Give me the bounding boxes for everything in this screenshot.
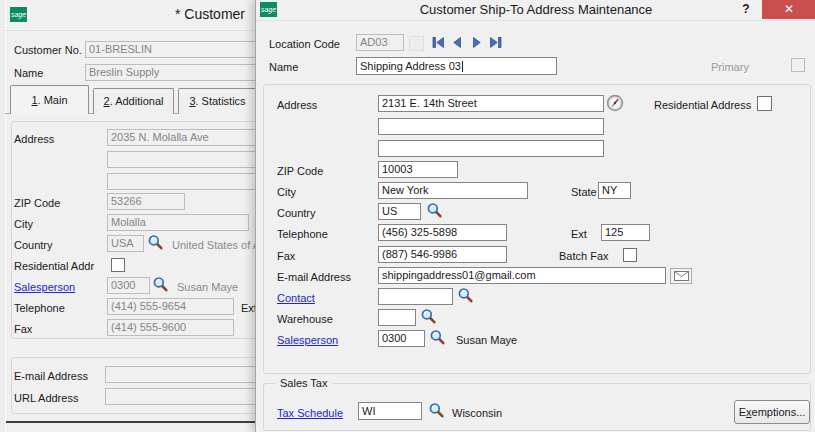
salesperson-link[interactable]: Salesperson [14,281,75,293]
country-lookup-icon[interactable] [426,202,443,221]
close-button[interactable]: ✕ [762,0,815,19]
email-label: E-mail Address [14,370,88,382]
location-code-field: AD03 [356,34,404,51]
state-label: State [571,186,597,198]
customer-no-field: 01-BRESLIN [85,41,257,58]
nav-previous-button[interactable] [449,35,466,50]
zip-field[interactable]: 10003 [378,161,458,178]
email-field [105,366,257,383]
sales-tax-groupbox [263,383,811,431]
address-line3-field[interactable] [378,140,604,157]
salesperson-lookup-icon[interactable] [429,329,446,348]
batch-fax-checkbox[interactable] [623,248,637,262]
tax-schedule-field[interactable]: WI [358,402,422,420]
telephone-field[interactable]: (456) 325-5898 [378,224,507,241]
salesperson-field[interactable]: 0300 [378,330,425,347]
nav-first-button[interactable] [430,35,447,50]
residential-checkbox[interactable] [111,258,125,272]
address-line2-field [107,151,257,168]
salesperson-lookup-icon[interactable] [152,276,169,295]
address-line2-field[interactable] [378,118,604,135]
salesperson-name-text: Susan Maye [456,334,517,346]
nav-last-button[interactable] [487,35,504,50]
warehouse-field[interactable] [378,309,416,326]
zip-label: ZIP Code [14,197,60,209]
url-field [105,388,257,405]
zip-field: 53266 [107,193,185,210]
batch-fax-label: Batch Fax [559,250,609,262]
residential-address-label: Residential Address [654,99,751,111]
salesperson-link[interactable]: Salesperson [277,334,338,346]
ship-to-name-label: Name [269,61,298,73]
city-field[interactable]: New York [378,182,528,199]
fax-label: Fax [14,323,32,335]
telephone-field: (414) 555-9654 [107,298,234,315]
tab-statistics[interactable]: 3. Statistics [178,88,257,114]
ship-to-address-window: sage Customer Ship-To Address Maintenanc… [255,0,815,432]
url-label: URL Address [14,392,78,404]
window-title: * Customer [175,6,245,22]
ship-to-name-field[interactable]: Shipping Address 03 [356,57,557,75]
sage-logo-icon: sage [10,7,27,22]
ext-field[interactable]: 125 [601,224,650,241]
residential-address-checkbox[interactable] [757,96,772,111]
customer-name-label: Name [14,67,43,79]
country-field[interactable]: US [378,203,421,220]
country-field: USA [107,235,144,252]
contact-link[interactable]: Contact [277,292,315,304]
email-field[interactable]: shippingaddress01@gmail.com [378,267,666,284]
city-field: Molalla [107,214,249,231]
address-line3-field [107,173,257,190]
country-label: Country [277,207,316,219]
tax-schedule-lookup-icon[interactable] [428,402,445,421]
address-line1-field[interactable]: 2131 E. 14th Street [378,95,604,112]
salesperson-field: 0300 [107,277,150,294]
window-title: Customer Ship-To Address Maintenance [256,2,815,17]
salesperson-name-text: Susan Maye [177,281,238,293]
location-code-label: Location Code [269,38,340,50]
tax-schedule-link[interactable]: Tax Schedule [277,407,343,419]
warehouse-lookup-icon[interactable] [420,308,437,327]
zip-label: ZIP Code [277,165,323,177]
country-label: Country [14,239,53,251]
warehouse-label: Warehouse [277,313,333,325]
country-lookup-icon[interactable] [147,234,164,253]
primary-label: Primary [711,61,749,73]
telephone-label: Telephone [277,228,328,240]
country-name-text: United States of A [172,239,257,251]
telephone-label: Telephone [14,302,65,314]
address-label: Address [14,133,54,145]
send-email-button[interactable] [670,268,692,284]
titlebar-divider [256,20,815,21]
bottom-separator [6,421,257,423]
contact-lookup-icon[interactable] [457,287,474,306]
fax-field: (414) 555-9600 [107,319,234,336]
tab-main[interactable]: 1. Main [10,85,89,114]
titlebar-divider [5,30,257,31]
customer-name-field: Breslin Supply [85,64,257,81]
close-icon: ✕ [784,2,794,16]
city-label: City [277,186,296,198]
tab-additional[interactable]: 2. Additional [93,88,174,114]
address-label: Address [277,99,317,111]
state-field[interactable]: NY [598,182,631,199]
ext-label: Ext [571,228,587,240]
next-location-button [409,36,424,51]
fax-label: Fax [277,250,295,262]
help-button[interactable]: ? [738,1,754,18]
customer-no-label: Customer No. [14,44,82,56]
exemptions-button[interactable]: Exemptions... [734,400,810,424]
contact-field[interactable] [378,288,453,305]
fax-field[interactable]: (887) 546-9986 [378,246,507,263]
customer-maintenance-window: sage * Customer Customer No. 01-BRESLIN … [0,0,257,432]
tax-schedule-name-text: Wisconsin [452,407,502,419]
nav-next-button[interactable] [468,35,485,50]
email-label: E-mail Address [277,271,351,283]
sales-tax-group-label: Sales Tax [276,377,332,389]
primary-checkbox [791,58,805,72]
window-left-edge [0,0,6,432]
address-line1-field: 2035 N. Molalla Ave [107,129,257,146]
map-compass-icon[interactable] [606,94,624,114]
residential-label: Residential Addr [14,260,94,272]
city-label: City [14,218,33,230]
